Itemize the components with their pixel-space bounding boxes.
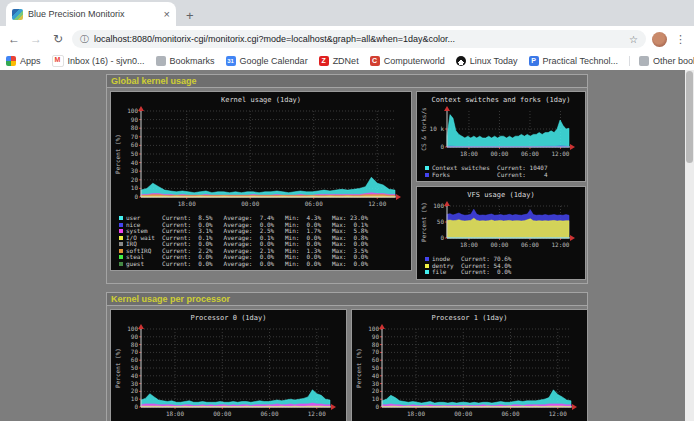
bookmark-computerworld[interactable]: C Computerworld [370,56,445,66]
tab-blue-precision-monitorix[interactable]: Blue Precision Monitorix × [6,2,176,26]
legend-swatch [425,173,429,177]
svg-text:20: 20 [372,387,380,394]
tab-strip: Blue Precision Monitorix × + [0,0,694,26]
bookmark-star-icon[interactable]: ☆ [629,34,638,45]
svg-text:06:00: 06:00 [521,241,539,248]
svg-text:90: 90 [372,332,380,339]
page-favicon-icon [12,9,23,20]
svg-text:00:00: 00:00 [490,241,508,248]
svg-text:100: 100 [127,325,138,332]
legend-swatch [425,257,429,261]
legend-text: Forks Current: 4 [432,172,558,179]
bookmarks-bar: Apps M Inbox (16) - sjvn0... Bookmarks 3… [0,52,694,71]
bookmark-inbox[interactable]: M Inbox (16) - sjvn0... [52,55,145,67]
chart-vfs-usage[interactable]: VFS usage (1day) 05010018:0000:0006:0012… [416,186,586,280]
svg-text:70: 70 [131,133,139,140]
bookmark-label: Bookmarks [170,56,215,66]
svg-text:70: 70 [372,348,380,355]
bookmark-practical-technology[interactable]: P Practical Technol... [529,56,618,66]
navigation-bar: ← → ↻ ⓘ localhost:8080/monitorix-cgi/mon… [0,26,694,52]
legend-text: guest Current: 0.0% Average: 0.0% Min: 0… [126,261,379,268]
info-icon[interactable]: ⓘ [80,33,89,46]
penguin-icon [456,56,466,66]
chart-title: Kernel usage (1day) [113,94,409,105]
svg-text:40: 40 [131,371,139,378]
svg-text:30: 30 [131,167,139,174]
page-content: Global kernel usage Kernel usage (1day) … [0,70,694,421]
bookmark-linux-today[interactable]: Linux Today [456,56,518,66]
kernel-usage-plot: 010203040506070809010018:0000:0006:0012:… [113,105,405,209]
chart-context-switches[interactable]: Context switches and forks (1day) 010 k1… [416,91,586,182]
bookmark-google-calendar[interactable]: 31 Google Calendar [226,56,308,66]
bookmark-label: Google Calendar [240,56,308,66]
svg-text:18:00: 18:00 [460,150,478,157]
processor-1-plot: 010203040506070809010018:0000:0006:0012:… [354,323,581,419]
legend-swatch [119,229,123,233]
bookmark-label: Linux Today [470,56,518,66]
bookmark-zdnet[interactable]: Z ZDNet [319,56,359,66]
forward-icon[interactable]: → [28,32,44,46]
legend-swatch [119,223,123,227]
back-icon[interactable]: ← [6,32,22,46]
chart-kernel-usage[interactable]: Kernel usage (1day) 01020304050607080901… [110,91,412,271]
svg-text:12:00: 12:00 [308,410,326,417]
svg-text:100: 100 [127,107,138,114]
chart-title: VFS usage (1day) [419,189,583,200]
bookmark-label: Inbox (16) - sjvn0... [68,56,145,66]
folder-icon [156,56,166,66]
page-scrollbar[interactable] [685,70,694,421]
svg-text:0: 0 [134,193,138,200]
bookmark-label: Apps [20,56,41,66]
chart-legend: inode Current: 70.6% dentry Current: 54.… [419,254,583,277]
chart-processor-0[interactable]: Processor 0 (1day) 010203040506070809010… [110,309,347,421]
legend-item: file Current: 0.0% [425,269,583,276]
chart-processor-1[interactable]: Processor 1 (1day) 010203040506070809010… [351,309,588,421]
computerworld-icon: C [370,56,380,66]
svg-text:06:00: 06:00 [260,410,278,417]
legend-item: guest Current: 0.0% Average: 0.0% Min: 0… [119,261,409,268]
svg-text:60: 60 [131,141,139,148]
svg-text:06:00: 06:00 [521,150,539,157]
svg-text:80: 80 [131,124,139,131]
other-bookmarks[interactable]: Other bookmarks [629,56,694,66]
svg-text:10 k: 10 k [430,125,445,132]
bookmark-label: ZDNet [333,56,359,66]
legend-swatch [425,270,429,274]
reload-icon[interactable]: ↻ [50,32,66,46]
legend-swatch [119,242,123,246]
profile-avatar[interactable] [652,32,667,47]
svg-text:70: 70 [131,348,139,355]
legend-item: Forks Current: 4 [425,172,583,179]
url-text[interactable]: localhost:8080/monitorix-cgi/monitorix.c… [94,34,624,44]
new-tab-button[interactable]: + [176,8,204,26]
bookmark-bookmarks[interactable]: Bookmarks [156,56,215,66]
legend-swatch [119,255,123,259]
address-bar[interactable]: ⓘ localhost:8080/monitorix-cgi/monitorix… [72,30,646,48]
svg-text:20: 20 [131,176,139,183]
zdnet-icon: Z [319,56,329,66]
chart-legend: user Current: 8.5% Average: 7.4% Min: 4.… [113,213,409,268]
svg-text:50: 50 [131,364,139,371]
svg-text:30: 30 [372,379,380,386]
svg-text:40: 40 [131,159,139,166]
svg-text:30: 30 [131,379,139,386]
tab-close-icon[interactable]: × [164,8,170,20]
svg-text:90: 90 [131,332,139,339]
svg-text:0: 0 [375,403,379,410]
bookmark-apps[interactable]: Apps [6,56,41,66]
scrollbar-thumb[interactable] [686,71,693,163]
svg-text:12:00: 12:00 [551,150,569,157]
bookmark-label: Computerworld [384,56,445,66]
svg-text:18:00: 18:00 [166,410,184,417]
chart-title: Processor 1 (1day) [354,312,585,323]
section-global-kernel-usage: Global kernel usage Kernel usage (1day) … [106,74,588,284]
svg-text:Percent (%): Percent (%) [114,348,121,388]
svg-text:00:00: 00:00 [490,150,508,157]
svg-text:12:00: 12:00 [551,241,569,248]
processor-0-plot: 010203040506070809010018:0000:0006:0012:… [113,323,340,419]
section-kernel-usage-per-processor: Kernel usage per processor Processor 0 (… [106,292,588,421]
svg-text:12:00: 12:00 [368,200,386,207]
svg-text:0: 0 [440,143,444,150]
svg-text:20: 20 [131,387,139,394]
browser-menu-icon[interactable]: ⋮ [673,33,688,46]
